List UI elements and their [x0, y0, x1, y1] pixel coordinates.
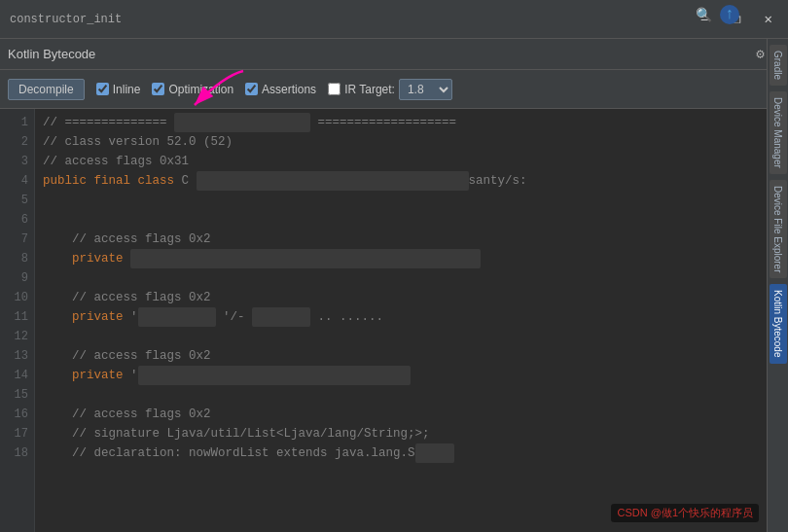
- code-line-1: // ============== ===================: [43, 113, 780, 132]
- line-num-9: 9: [0, 268, 34, 288]
- right-panel: Gradle Device Manager Device File Explor…: [767, 39, 788, 532]
- code-line-10: // access flags 0x2: [43, 288, 780, 307]
- inline-checkbox[interactable]: [96, 83, 109, 95]
- code-line-8: private: [43, 249, 780, 268]
- ir-target-select[interactable]: 1.8 1.6 11 17: [399, 79, 452, 100]
- code-content: // ============== =================== //…: [35, 109, 788, 532]
- line-num-6: 6: [0, 210, 34, 230]
- line-numbers: 1 2 3 4 5 6 7 8 9 10 11 12 13 14 15 16 1…: [0, 109, 35, 532]
- toolbar: Decompile Inline Optimization Assertions…: [0, 70, 788, 109]
- line-num-14: 14: [0, 366, 34, 385]
- ir-target-checkbox[interactable]: [328, 83, 340, 95]
- code-line-15: [43, 385, 780, 405]
- code-line-13: // access flags 0x2: [43, 346, 780, 366]
- code-line-12: [43, 327, 780, 346]
- line-num-11: 11: [0, 307, 34, 327]
- ir-target-group: IR Target: 1.8 1.6 11 17: [328, 79, 452, 100]
- line-num-10: 10: [0, 288, 34, 307]
- optimization-label: Optimization: [168, 83, 233, 96]
- inline-checkbox-group[interactable]: Inline: [96, 83, 141, 96]
- line-num-1: 1: [0, 113, 34, 132]
- line-num-15: 15: [0, 385, 34, 405]
- update-icon[interactable]: ↑: [720, 5, 739, 24]
- assertions-checkbox[interactable]: [245, 83, 258, 95]
- line-num-7: 7: [0, 230, 34, 249]
- right-tab-device-file-explorer[interactable]: Device File Explorer: [770, 180, 787, 278]
- code-line-5: [43, 191, 780, 210]
- code-line-9: [43, 268, 780, 288]
- line-num-3: 3: [0, 152, 34, 171]
- kotlin-bytecode-panel: Kotlin Bytecode ⚙ — Decompile Inline Opt…: [0, 39, 788, 532]
- code-area: 1 2 3 4 5 6 7 8 9 10 11 12 13 14 15 16 1…: [0, 109, 788, 532]
- line-num-4: 4: [0, 171, 34, 191]
- line-num-18: 18: [0, 443, 34, 463]
- line-num-12: 12: [0, 327, 34, 346]
- code-line-11: private ' '/- .. ......: [43, 307, 780, 327]
- code-line-18: // declaration: nowWordList extends java…: [43, 443, 780, 463]
- code-line-3: // access flags 0x31: [43, 152, 780, 171]
- optimization-checkbox[interactable]: [152, 83, 164, 95]
- assertions-label: Assertions: [262, 83, 316, 96]
- window-title: constructor_init: [10, 13, 122, 26]
- line-num-13: 13: [0, 346, 34, 366]
- search-icon[interactable]: 🔍: [696, 7, 712, 23]
- code-line-16: // access flags 0x2: [43, 405, 780, 424]
- panel-title: Kotlin Bytecode: [8, 47, 95, 61]
- decompile-button[interactable]: Decompile: [8, 79, 85, 100]
- title-bar: constructor_init — ❐ ✕: [0, 0, 788, 39]
- close-button[interactable]: ✕: [759, 9, 778, 29]
- code-line-6: [43, 210, 780, 230]
- code-line-2: // class version 52.0 (52): [43, 132, 780, 152]
- line-num-2: 2: [0, 132, 34, 152]
- panel-header: Kotlin Bytecode ⚙ —: [0, 39, 788, 70]
- ir-target-label: IR Target:: [344, 83, 395, 96]
- line-num-5: 5: [0, 191, 34, 210]
- assertions-checkbox-group[interactable]: Assertions: [245, 83, 316, 96]
- settings-icon[interactable]: ⚙: [756, 46, 764, 62]
- code-line-7: // access flags 0x2: [43, 230, 780, 249]
- inline-label: Inline: [113, 83, 141, 96]
- optimization-checkbox-group[interactable]: Optimization: [152, 83, 233, 96]
- right-tab-gradle[interactable]: Gradle: [770, 45, 787, 86]
- right-tab-kotlin-bytecode[interactable]: Kotlin Bytecode: [770, 284, 787, 364]
- line-num-8: 8: [0, 249, 34, 268]
- line-num-16: 16: [0, 405, 34, 424]
- code-line-4: public final class C santy/s:: [43, 171, 780, 191]
- code-line-17: // signature Ljava/util/List<Ljava/lang/…: [43, 424, 780, 443]
- code-line-14: private ': [43, 366, 780, 385]
- line-num-17: 17: [0, 424, 34, 443]
- top-right-icons: 🔍 ↑: [696, 5, 739, 24]
- right-tab-device-manager[interactable]: Device Manager: [770, 91, 787, 174]
